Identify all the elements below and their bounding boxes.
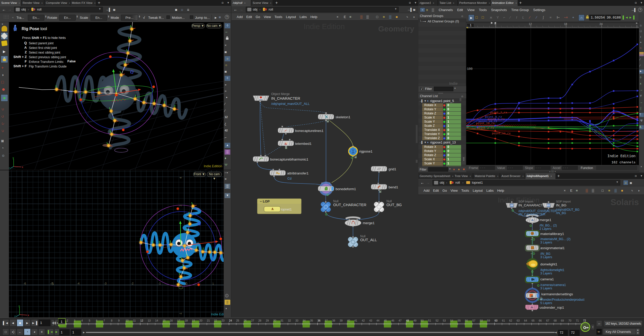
svg-text:21: 21	[207, 319, 210, 322]
svg-text:61: 61	[502, 319, 505, 322]
svg-text:7: 7	[103, 319, 105, 322]
svg-text:52: 52	[436, 319, 439, 322]
svg-text:50: 50	[421, 319, 424, 322]
svg-text:/IN_CAHARACTER: /IN_CAHARACTER	[518, 213, 545, 216]
svg-text:22: 22	[214, 319, 217, 322]
svg-text:-4: -4	[77, 282, 80, 285]
svg-text:domelight1: domelight1	[540, 262, 557, 266]
svg-text:1: 1	[470, 23, 472, 27]
svg-text:Cd: Cd	[287, 177, 292, 180]
svg-text:58: 58	[480, 319, 483, 322]
svg-text:17: 17	[177, 319, 180, 322]
svg-text:18: 18	[185, 319, 188, 322]
svg-text:3 Layers: 3 Layers	[540, 272, 552, 275]
svg-text:41: 41	[354, 319, 357, 322]
svg-text:point_2-rx: point_2-rx	[477, 127, 494, 130]
svg-text:3 Layers: 3 Layers	[540, 255, 552, 259]
svg-text:-2: -2	[131, 282, 134, 285]
svg-text:28: 28	[258, 319, 261, 322]
svg-text:49: 49	[413, 319, 417, 322]
svg-text:42: 42	[362, 319, 365, 322]
svg-text:25: 25	[236, 319, 239, 322]
svg-text:40: 40	[347, 319, 350, 322]
svg-text:27: 27	[251, 319, 254, 322]
svg-text:70: 70	[568, 319, 571, 322]
svg-text:62: 62	[509, 319, 512, 322]
svg-text:39: 39	[340, 319, 343, 322]
svg-text:point_7_rx: point_7_rx	[490, 111, 507, 114]
svg-text:30: 30	[273, 319, 276, 322]
svg-text:43: 43	[369, 319, 372, 322]
svg-text:23: 23	[222, 319, 225, 322]
svg-text:57: 57	[472, 319, 475, 322]
svg-text:Indie Edition: Indie Edition	[607, 154, 636, 158]
svg-text:-5: -5	[50, 281, 54, 286]
svg-text:32: 32	[288, 319, 291, 322]
svg-text:3: 3	[74, 319, 75, 322]
svg-text:64: 64	[524, 319, 527, 322]
svg-text:12: 12	[140, 319, 143, 322]
svg-text:/materials/M_BG... (2): /materials/M_BG... (2)	[540, 237, 570, 241]
svg-text:55: 55	[458, 319, 461, 322]
svg-text:/Render/Products/renderproduct: /Render/Products/renderproduct	[540, 298, 585, 301]
svg-text:1: 1	[61, 320, 63, 324]
svg-text:Solaris: Solaris	[611, 197, 639, 207]
svg-text:11: 11	[133, 319, 136, 322]
svg-text:SOP Import: SOP Import	[518, 200, 533, 203]
svg-text:/lights/domelight1: /lights/domelight1	[540, 268, 564, 272]
svg-text:26: 26	[244, 319, 247, 322]
svg-text:/IN_BG: /IN_BG	[556, 211, 566, 215]
svg-text:6: 6	[96, 319, 98, 322]
svg-text:-3: -3	[104, 282, 107, 285]
svg-text:9: 9	[118, 319, 120, 322]
svg-text:10: 10	[126, 319, 129, 322]
svg-text:SOP Import: SOP Import	[556, 200, 571, 203]
svg-text:66: 66	[539, 319, 542, 322]
svg-text:/IN_BG: /IN_BG	[540, 252, 550, 256]
svg-text:materiallibrary1: materiallibrary1	[540, 232, 564, 236]
svg-text:-6: -6	[23, 282, 26, 285]
svg-text:merge1: merge1	[540, 218, 551, 222]
svg-text:3 Layers: 3 Layers	[540, 287, 552, 290]
svg-text:24: 24	[599, 22, 603, 26]
svg-text:/cameras/camera1: /cameras/camera1	[540, 283, 566, 287]
svg-text:71: 71	[576, 319, 579, 322]
svg-text:Null: Null	[360, 234, 366, 238]
svg-text:rigpose1: rigpose1	[359, 149, 373, 153]
svg-text:53: 53	[443, 319, 446, 322]
svg-text:45: 45	[384, 319, 387, 322]
svg-text:100: 100	[467, 67, 473, 71]
svg-text:Indie Edition: Indie Edition	[304, 22, 345, 31]
svg-text:IN_CAHARACTER: IN_CAHARACTER	[518, 203, 548, 207]
svg-text:grid1: grid1	[389, 167, 396, 171]
svg-text:60: 60	[495, 319, 498, 322]
svg-text:3 Layers: 3 Layers	[540, 241, 552, 244]
svg-text:5 Layers: 5 Layers	[540, 301, 552, 305]
svg-text:4: 4	[81, 319, 83, 322]
svg-text:x: x	[28, 314, 29, 317]
svg-text:12: 12	[529, 22, 532, 26]
svg-text:Null: Null	[386, 199, 392, 203]
svg-text:31: 31	[280, 319, 284, 322]
svg-text:48: 48	[406, 319, 409, 322]
svg-text:65: 65	[532, 319, 535, 322]
svg-text:36: 36	[317, 319, 321, 322]
svg-text:0: 0	[178, 285, 181, 286]
svg-text:68: 68	[554, 319, 557, 322]
svg-text:0: 0	[185, 282, 187, 286]
svg-text:69: 69	[561, 319, 564, 322]
svg-text:IN_CHARACTER: IN_CHARACTER	[271, 96, 300, 100]
svg-text:×: ×	[531, 252, 532, 255]
svg-text:1: 1	[212, 282, 214, 285]
svg-text:Null: Null	[333, 199, 339, 203]
svg-text:162 channels: 162 channels	[611, 161, 636, 164]
svg-text:59: 59	[487, 319, 490, 322]
svg-text:15: 15	[163, 319, 166, 322]
svg-text:skeleton1: skeleton1	[336, 115, 350, 119]
svg-text:/obj/roll/OUT_CHARACTER: /obj/roll/OUT_CHARACTER	[518, 209, 557, 213]
svg-text:x: x	[22, 166, 23, 169]
svg-text:assignmaterial1: assignmaterial1	[540, 246, 565, 250]
svg-text:z: z	[14, 315, 16, 317]
svg-text:y: y	[13, 156, 14, 159]
svg-text:16: 16	[170, 319, 173, 322]
